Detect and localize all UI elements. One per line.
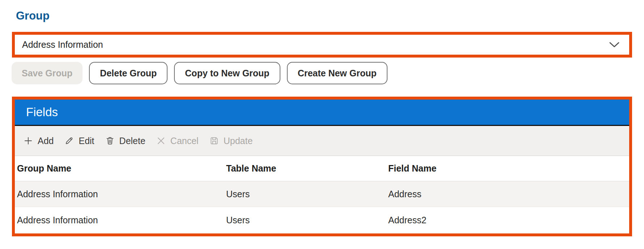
cell-field-name: Address: [386, 189, 629, 199]
trash-icon: [105, 136, 115, 145]
edit-button[interactable]: Edit: [64, 136, 94, 146]
add-button[interactable]: Add: [24, 136, 54, 146]
column-header-field-name: Field Name: [386, 163, 629, 174]
chevron-down-icon: [609, 42, 620, 48]
table-row[interactable]: Address Information Users Address2: [15, 207, 629, 233]
cell-table-name: Users: [224, 189, 386, 199]
cell-table-name: Users: [224, 215, 386, 225]
group-select-value: Address Information: [22, 39, 609, 50]
fields-panel: Fields Add Edit Delete Cancel: [12, 97, 632, 236]
page-title: Group: [16, 9, 50, 22]
edit-button-label: Edit: [79, 136, 94, 146]
fields-panel-header: Fields: [15, 100, 629, 126]
x-icon: [156, 136, 166, 145]
update-button-label: Update: [224, 136, 253, 146]
fields-toolbar: Add Edit Delete Cancel Update: [15, 126, 629, 156]
copy-to-new-group-button[interactable]: Copy to New Group: [174, 62, 280, 84]
cell-group-name: Address Information: [15, 215, 224, 225]
delete-group-button[interactable]: Delete Group: [89, 62, 168, 84]
cell-field-name: Address2: [386, 215, 629, 225]
save-icon: [209, 136, 219, 145]
create-new-group-button[interactable]: Create New Group: [287, 62, 387, 84]
fields-panel-title: Fields: [26, 105, 58, 119]
update-button[interactable]: Update: [209, 136, 253, 146]
column-header-table-name: Table Name: [224, 163, 386, 174]
plus-icon: [24, 136, 33, 145]
save-group-button[interactable]: Save Group: [12, 62, 82, 84]
column-header-group-name: Group Name: [15, 163, 224, 174]
table-header-row: Group Name Table Name Field Name: [15, 156, 629, 181]
cancel-button-label: Cancel: [170, 136, 199, 146]
cancel-button[interactable]: Cancel: [156, 136, 199, 146]
cell-group-name: Address Information: [15, 189, 224, 199]
table-row[interactable]: Address Information Users Address: [15, 181, 629, 207]
group-select[interactable]: Address Information: [12, 32, 632, 58]
pencil-icon: [64, 136, 74, 145]
delete-button[interactable]: Delete: [105, 136, 145, 146]
delete-button-label: Delete: [119, 136, 145, 146]
group-actions: Save Group Delete Group Copy to New Grou…: [12, 62, 387, 84]
add-button-label: Add: [38, 136, 54, 146]
